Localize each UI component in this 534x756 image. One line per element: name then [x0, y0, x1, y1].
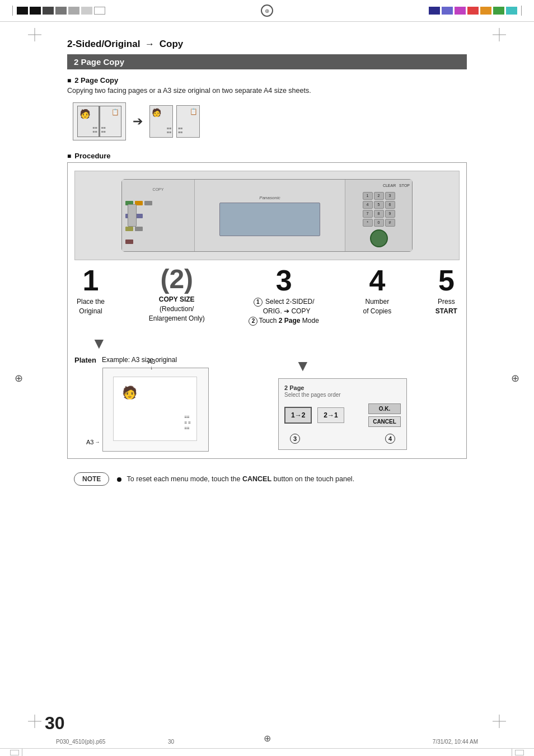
page-title: 2-Sided/Original → Copy: [67, 39, 467, 50]
reg-mark-tl: [28, 28, 41, 41]
concept-diagram: 🧑 ≡≡≡≡ 📋 ≡≡≡≡ ➔ 🧑 ≡≡≡≡ 📋 ≡≡≡≡: [73, 102, 467, 140]
reg-mark-tr: [493, 28, 506, 41]
num-key-6[interactable]: 6: [385, 201, 395, 209]
footer-pagenum: 30: [168, 739, 174, 745]
num-key-7[interactable]: 7: [363, 210, 373, 218]
step-5: 5 PressSTART: [435, 266, 457, 316]
description-heading-text: 2 Page Copy: [74, 76, 118, 84]
circle-3: 3: [290, 434, 300, 444]
dialog-action-buttons: O.K. CANCEL: [350, 403, 401, 427]
bottom-bar: [0, 748, 534, 756]
a3-top-text: A3: [148, 358, 155, 365]
page-mode-section: ▼ 2 Page Select the pages order 1→2 2→1 …: [273, 335, 460, 452]
description-text: Copying two facing pages or a A3 size or…: [67, 87, 467, 95]
side-reg-left: ⊕: [15, 372, 23, 384]
section-header: 2 Page Copy: [67, 54, 467, 69]
step-4-label: Numberof Copies: [363, 297, 391, 316]
note-label: NOTE: [74, 472, 109, 486]
footer-date: 7/31/02, 10:44 AM: [433, 739, 478, 745]
num-key-4[interactable]: 4: [363, 201, 373, 209]
reg-mark-bl: [28, 715, 41, 728]
num-key-hash[interactable]: #: [385, 219, 395, 227]
circle-4: 4: [385, 434, 395, 444]
description-text-content: Copying two facing pages or a A3 size or…: [67, 87, 311, 95]
a3-left-text: A3: [86, 439, 93, 445]
note-rest-text: button on the touch panel.: [274, 475, 355, 483]
num-key-3[interactable]: 3: [385, 192, 395, 200]
platen-example: Example: A3 size original: [102, 356, 177, 364]
dialog-option-2to1[interactable]: 2→1: [317, 407, 344, 423]
description-heading: 2 Page Copy: [67, 76, 467, 84]
bottom-center-reg: ⊕: [264, 733, 271, 744]
a3-arrow-right: →: [95, 439, 100, 445]
paper-inside: 🧑 ≡≡≡ ≡≡≡: [113, 377, 197, 441]
copier-body: COPY: [121, 179, 413, 252]
copier-illustration: COPY: [74, 171, 460, 260]
numpad: 1 2 3 4 5 6 7 8 9 * 0 #: [363, 192, 395, 227]
platen-diagram: A3 ↓ A3 → 🧑 ≡≡≡ ≡≡≡: [102, 368, 209, 452]
center-registration: ⊕: [261, 4, 273, 17]
copier-brand: Panasonic: [219, 195, 320, 200]
a3-left-label: A3 →: [86, 439, 100, 445]
step-1: 1 Place theOriginal: [77, 266, 105, 316]
bar-right: [429, 6, 524, 16]
num-key-9[interactable]: 9: [385, 210, 395, 218]
dialog-option-1to2[interactable]: 1→2: [284, 407, 312, 424]
step-2: (2) COPY SIZE(Reduction/Enlargement Only…: [149, 266, 205, 323]
step-5-label: PressSTART: [435, 297, 457, 316]
copier-right-panel: CLEAR STOP 1 2 3 4 5 6 7 8 9 * 0 #: [345, 180, 412, 251]
ok-button[interactable]: O.K.: [368, 403, 401, 414]
platen-label: Platen: [74, 356, 96, 364]
dialog-subtitle: Select the pages order: [284, 392, 401, 398]
copier-display: Panasonic: [195, 180, 345, 251]
arrow-down-left: ▼: [91, 335, 107, 353]
page-title-arrow: →: [145, 39, 154, 49]
book-diagram: 🧑 ≡≡≡≡ 📋 ≡≡≡≡: [73, 102, 126, 140]
note-bold-word: CANCEL: [242, 475, 271, 483]
result-pages-diagram: 🧑 ≡≡≡≡ 📋 ≡≡≡≡: [149, 105, 200, 138]
page-title-suffix: Copy: [160, 39, 184, 49]
paper-tray: [128, 204, 137, 227]
cancel-button[interactable]: CANCEL: [368, 416, 401, 427]
page-number: 30: [45, 713, 65, 734]
dialog-circle-numbers: 3 4: [284, 434, 401, 444]
note-text: To reset each menu mode, touch the CANCE…: [117, 475, 354, 483]
diagram-arrow: ➔: [133, 114, 143, 129]
step-4: 4 Numberof Copies: [363, 266, 391, 316]
num-key-1[interactable]: 1: [363, 192, 373, 200]
step-1-number: 1: [83, 266, 99, 295]
step-4-number: 4: [369, 266, 385, 295]
paper-text-lines: ≡≡≡ ≡≡≡: [184, 415, 191, 432]
sub-step-1-circle: 1: [254, 298, 263, 307]
footer-filename: P030_4510(pb).p65: [56, 739, 105, 745]
step-2-label: COPY SIZE(Reduction/Enlargement Only): [149, 295, 205, 323]
num-key-star[interactable]: *: [363, 219, 373, 227]
arrow-down-right: ▼: [295, 357, 311, 375]
dialog-title: 2 Page: [284, 384, 401, 391]
bar-left: [10, 6, 105, 16]
procedure-heading: Procedure: [67, 152, 467, 160]
dialog-options: 1→2 2→1 O.K. CANCEL: [284, 403, 401, 427]
num-key-2[interactable]: 2: [374, 192, 384, 200]
platen-info: Platen Example: A3 size original: [74, 356, 261, 364]
a3-arrow-down: ↓: [150, 365, 153, 370]
step-5-number: 5: [438, 266, 455, 295]
side-reg-right: ⊕: [511, 372, 519, 384]
note-bullet-icon: [117, 477, 121, 482]
step-1-label: Place theOriginal: [77, 297, 105, 316]
start-button[interactable]: [370, 229, 388, 247]
section-header-text: 2 Page Copy: [74, 57, 124, 67]
note-bullet-text: To reset each menu mode, touch the: [127, 475, 241, 483]
num-key-0[interactable]: 0: [374, 219, 384, 227]
note-label-text: NOTE: [82, 475, 101, 483]
platen-section: ▼ Platen Example: A3 size original A3 ↓ …: [74, 335, 261, 452]
a3-top-label: A3 ↓: [148, 358, 155, 370]
num-key-8[interactable]: 8: [374, 210, 384, 218]
num-key-5[interactable]: 5: [374, 201, 384, 209]
note-area: NOTE To reset each menu mode, touch the …: [67, 468, 467, 490]
top-bar: ⊕: [0, 0, 534, 22]
lower-diagrams-row: ▼ Platen Example: A3 size original A3 ↓ …: [74, 335, 460, 452]
procedure-heading-text: Procedure: [74, 152, 110, 160]
step-3-label: 1 Select 2-SIDED/ ORIG. ➔ COPY 2Touch 2 …: [249, 297, 318, 326]
reg-mark-br: [493, 715, 506, 728]
